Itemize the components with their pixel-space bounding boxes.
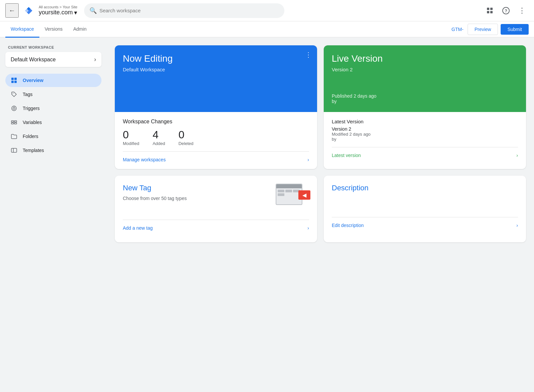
manage-workspaces-link[interactable]: Manage workspaces › — [123, 151, 309, 162]
now-editing-menu-button[interactable]: ⋮ — [305, 51, 312, 59]
svg-rect-5 — [11, 81, 14, 83]
gtm-id: GTM- — [452, 27, 464, 32]
svg-rect-4 — [14, 78, 17, 80]
breadcrumb: All accounts > Your Site — [39, 5, 77, 9]
sidebar-item-variables[interactable]: Variables — [5, 116, 101, 129]
sidebar-item-label: Overview — [23, 78, 43, 83]
grid-icon — [487, 8, 493, 14]
now-editing-card: Now Editing Default Workspace ⋮ Workspac… — [115, 45, 317, 169]
published-text: Published 2 days ago — [332, 93, 376, 99]
overview-icon — [11, 77, 17, 84]
edit-description-text: Edit description — [332, 223, 364, 228]
live-version-title: Live Version — [332, 53, 518, 64]
gtm-logo — [23, 5, 35, 17]
live-version-header: Live Version Version 2 Published 2 days … — [324, 45, 526, 112]
new-tag-text: New Tag Choose from over 50 tag types — [123, 184, 187, 202]
add-new-tag-link[interactable]: Add a new tag › — [123, 220, 309, 231]
grid-menu-button[interactable] — [483, 4, 497, 17]
sidebar-item-label: Tags — [23, 92, 33, 97]
sidebar-item-templates[interactable]: Templates — [5, 144, 101, 157]
svg-rect-6 — [14, 81, 17, 83]
description-title: Description — [332, 184, 518, 192]
edit-description-arrow-icon: › — [516, 223, 518, 228]
svg-text:?: ? — [505, 8, 507, 13]
sidebar-item-triggers[interactable]: Triggers — [5, 102, 101, 115]
now-editing-subtitle: Default Workspace — [123, 67, 309, 72]
new-tag-body: New Tag Choose from over 50 tag types — [115, 176, 317, 218]
top-bar: ← All accounts > Your Site yoursite.com … — [0, 0, 534, 21]
tags-icon — [11, 91, 17, 98]
sidebar-item-folders[interactable]: Folders — [5, 130, 101, 143]
changes-title: Workspace Changes — [123, 119, 309, 125]
bottom-cards-row: New Tag Choose from over 50 tag types — [115, 176, 526, 242]
modified-label: Modified — [123, 141, 139, 146]
sidebar-item-tags[interactable]: Tags — [5, 88, 101, 101]
now-editing-header: Now Editing Default Workspace ⋮ — [115, 45, 317, 112]
deleted-count-item: 0 Deleted — [179, 129, 194, 146]
search-icon: 🔍 — [89, 7, 97, 14]
added-label: Added — [153, 141, 165, 146]
dropdown-arrow-icon: ▾ — [74, 9, 77, 16]
svg-rect-12 — [11, 123, 14, 124]
added-count: 4 — [153, 129, 165, 141]
search-input[interactable] — [99, 8, 279, 13]
sidebar-item-label: Variables — [23, 120, 42, 125]
triggers-icon — [11, 105, 17, 112]
description-card: Description Edit description › — [324, 176, 526, 242]
latest-version-link[interactable]: Latest version › — [332, 147, 518, 158]
add-new-tag-text: Add a new tag — [123, 225, 153, 231]
site-name[interactable]: yoursite.com ▾ — [39, 9, 77, 16]
new-tag-title: New Tag — [123, 184, 187, 192]
sidebar-item-label: Triggers — [23, 106, 40, 111]
published-info: Published 2 days ago by — [332, 93, 376, 104]
workspace-name: Default Workspace — [11, 57, 56, 63]
description-body: Description — [324, 176, 526, 216]
folders-icon — [11, 133, 17, 140]
svg-point-8 — [12, 106, 16, 111]
top-cards-row: Now Editing Default Workspace ⋮ Workspac… — [115, 45, 526, 169]
now-editing-title: Now Editing — [123, 53, 309, 64]
description-footer: Edit description › — [324, 217, 526, 235]
templates-icon — [11, 147, 17, 154]
latest-version-label: Latest Version — [332, 119, 518, 124]
svg-rect-15 — [11, 148, 17, 152]
nav-items: Overview Tags Triggers — [3, 74, 104, 157]
more-menu-button[interactable]: ⋮ — [515, 4, 529, 17]
published-by: by — [332, 99, 337, 104]
sidebar-item-label: Templates — [23, 148, 44, 153]
search-bar[interactable]: 🔍 — [84, 3, 284, 18]
tab-versions[interactable]: Versions — [39, 22, 68, 38]
latest-version-link-text: Latest version — [332, 153, 361, 158]
new-tag-illustration: ◀ — [276, 184, 309, 210]
tab-admin[interactable]: Admin — [68, 22, 92, 38]
modified-count-item: 0 Modified — [123, 129, 139, 146]
tab-workspace[interactable]: Workspace — [5, 22, 39, 38]
add-new-tag-arrow-icon: › — [307, 225, 309, 231]
latest-version-arrow-icon: › — [516, 153, 518, 158]
svg-point-9 — [13, 107, 15, 109]
latest-version-date: Modified 2 days ago by — [332, 132, 518, 142]
sidebar: CURRENT WORKSPACE Default Workspace › Ov… — [0, 37, 107, 392]
variables-icon — [11, 119, 17, 126]
tag-arrow-icon: ◀ — [298, 190, 310, 200]
added-count-item: 4 Added — [153, 129, 165, 146]
help-icon: ? — [502, 7, 510, 14]
preview-button[interactable]: Preview — [468, 24, 498, 35]
changes-row: 0 Modified 4 Added 0 Deleted — [123, 129, 309, 146]
workspace-selector[interactable]: Default Workspace › — [5, 52, 101, 67]
live-version-card: Live Version Version 2 Published 2 days … — [324, 45, 526, 169]
main-layout: CURRENT WORKSPACE Default Workspace › Ov… — [0, 37, 534, 392]
submit-button[interactable]: Submit — [501, 24, 529, 35]
svg-rect-11 — [11, 121, 14, 122]
site-info: All accounts > Your Site yoursite.com ▾ — [39, 5, 77, 16]
more-icon: ⋮ — [518, 6, 526, 15]
manage-workspaces-arrow-icon: › — [307, 157, 309, 162]
svg-point-7 — [13, 93, 13, 94]
sidebar-item-overview[interactable]: Overview — [5, 74, 101, 87]
now-editing-body: Workspace Changes 0 Modified 4 Added 0 D — [115, 112, 317, 169]
svg-rect-14 — [14, 123, 17, 124]
edit-description-link[interactable]: Edit description › — [332, 217, 518, 228]
help-button[interactable]: ? — [499, 4, 513, 17]
back-button[interactable]: ← — [5, 3, 19, 18]
modified-count: 0 — [123, 129, 139, 141]
